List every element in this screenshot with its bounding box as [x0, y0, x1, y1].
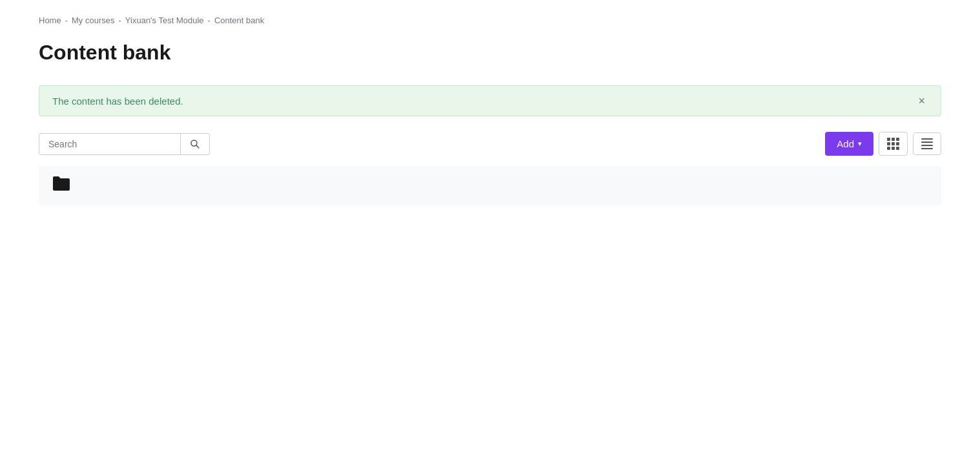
add-dropdown-arrow: ▾	[858, 140, 862, 148]
search-input[interactable]	[39, 133, 181, 155]
grid-icon	[887, 138, 899, 150]
list-view-button[interactable]	[913, 132, 941, 155]
search-icon	[190, 139, 200, 149]
content-area	[39, 166, 941, 206]
breadcrumb-sep1: -	[65, 16, 68, 25]
breadcrumb-module[interactable]: Yixuan's Test Module	[125, 16, 204, 25]
page-title: Content bank	[39, 41, 941, 65]
search-area	[39, 133, 210, 155]
breadcrumb-current: Content bank	[214, 16, 264, 25]
page-wrapper: Home - My courses - Yixuan's Test Module…	[0, 0, 980, 221]
breadcrumb-sep3: -	[208, 16, 210, 25]
alert-close-button[interactable]: ×	[915, 95, 928, 107]
search-button[interactable]	[181, 133, 210, 155]
add-button-label: Add	[837, 138, 854, 149]
folder-icon	[52, 175, 71, 196]
breadcrumb: Home - My courses - Yixuan's Test Module…	[39, 16, 941, 25]
alert-message: The content has been deleted.	[52, 96, 183, 107]
grid-view-button[interactable]	[879, 132, 908, 156]
breadcrumb-sep2: -	[119, 16, 121, 25]
list-icon	[921, 138, 933, 149]
add-button[interactable]: Add ▾	[825, 132, 873, 156]
toolbar-right: Add ▾	[825, 132, 941, 156]
alert-banner: The content has been deleted. ×	[39, 85, 941, 116]
svg-line-1	[196, 145, 199, 147]
breadcrumb-my-courses[interactable]: My courses	[72, 16, 114, 25]
breadcrumb-home[interactable]: Home	[39, 16, 61, 25]
toolbar: Add ▾	[39, 132, 941, 156]
